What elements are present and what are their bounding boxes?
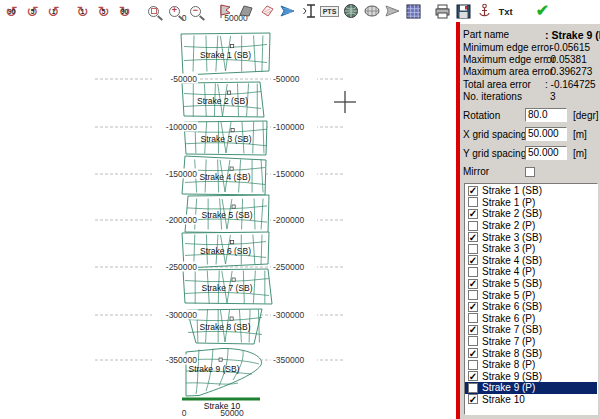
- input-unit: [degr]: [573, 110, 599, 121]
- print-icon[interactable]: [433, 2, 452, 20]
- mesh-arrow-icon[interactable]: [383, 2, 402, 20]
- item-label: Strake 9 (P): [482, 382, 535, 393]
- rotate-cw-90-icon[interactable]: ↻90: [115, 2, 134, 20]
- list-item[interactable]: Strake 5 (P): [465, 289, 597, 301]
- item-checkbox[interactable]: ✓: [468, 371, 478, 381]
- strake-list[interactable]: ✓Strake 1 (SB)Strake 1 (P)✓Strake 2 (SB)…: [464, 183, 598, 415]
- rotate-amount-label: 5: [102, 8, 106, 15]
- part-marker: [232, 205, 235, 208]
- frame-bend-tool-icon[interactable]: [299, 2, 318, 20]
- weld-anchor-icon[interactable]: [475, 2, 494, 20]
- list-item[interactable]: ✓Strake 9 (SB): [465, 370, 597, 382]
- y-tick-label-right: -250000: [273, 262, 304, 272]
- item-checkbox[interactable]: ✓: [468, 394, 478, 404]
- rotate-ccw-1-icon[interactable]: ↺1: [44, 2, 63, 20]
- item-checkbox[interactable]: [468, 290, 478, 300]
- list-item[interactable]: Strake 2 (P): [465, 220, 597, 232]
- list-item[interactable]: Strake 4 (P): [465, 266, 597, 278]
- item-checkbox[interactable]: ✓: [468, 186, 478, 196]
- x-grid-spacing-field[interactable]: 50.000: [525, 127, 567, 141]
- mirror-checkbox[interactable]: [525, 167, 535, 177]
- list-item[interactable]: ✓Strake 8 (SB): [465, 347, 597, 359]
- list-item[interactable]: Strake 8 (P): [465, 359, 597, 371]
- y-grid-spacing-field[interactable]: 50.000: [525, 146, 567, 160]
- list-item[interactable]: Strake 6 (P): [465, 312, 597, 324]
- cylinder-mesh-icon[interactable]: [362, 2, 381, 20]
- item-checkbox[interactable]: ✓: [468, 302, 478, 312]
- item-checkbox[interactable]: ✓: [468, 325, 478, 335]
- develop-flag-icon[interactable]: [215, 2, 234, 20]
- pts-button[interactable]: PTS: [320, 2, 339, 20]
- list-item[interactable]: Strake 1 (P): [465, 197, 597, 209]
- item-label: Strake 1 (P): [482, 197, 535, 208]
- drawing-canvas[interactable]: Strake 1 (SB)Strake 2 (SB)Strake 3 (SB)S…: [0, 0, 458, 419]
- item-checkbox[interactable]: [468, 313, 478, 323]
- item-checkbox[interactable]: [468, 244, 478, 254]
- item-label: Strake 1 (SB): [482, 185, 542, 196]
- rotate-amount-label: 1: [81, 8, 85, 15]
- list-item[interactable]: ✓Strake 5 (SB): [465, 278, 597, 290]
- rotate-cw-5-icon[interactable]: ↻5: [94, 2, 113, 20]
- input-unit: [m]: [573, 129, 587, 140]
- strake-7-shape[interactable]: Strake 7 (SB): [183, 269, 272, 304]
- zoom-window-icon[interactable]: [144, 2, 163, 20]
- item-checkbox[interactable]: ✓: [468, 232, 478, 242]
- item-checkbox[interactable]: ✓: [468, 348, 478, 358]
- y-tick-label-left: -250000: [166, 262, 197, 272]
- list-item[interactable]: ✓Strake 7 (SB): [465, 324, 597, 336]
- item-label: Strake 4 (SB): [482, 255, 542, 266]
- item-checkbox[interactable]: [468, 221, 478, 231]
- strake-1-shape[interactable]: Strake 1 (SB): [181, 33, 270, 75]
- y-tick-label-right: -50000: [273, 74, 300, 84]
- pattern-fill-icon[interactable]: [404, 2, 423, 20]
- list-item[interactable]: Strake 3 (P): [465, 243, 597, 255]
- txt-button[interactable]: Txt: [496, 2, 515, 20]
- shell-globe-icon[interactable]: [341, 2, 360, 20]
- mirror-row: Mirror: [463, 165, 600, 179]
- save-icon[interactable]: [454, 2, 473, 20]
- item-checkbox[interactable]: ✓: [468, 255, 478, 265]
- list-item[interactable]: Strake 9 (P): [465, 382, 597, 394]
- stat-label: Maximum area error: [463, 66, 545, 77]
- item-checkbox[interactable]: [468, 267, 478, 277]
- rotate-amount-label: 90: [8, 8, 15, 15]
- item-checkbox[interactable]: [468, 336, 478, 346]
- list-item[interactable]: ✓Strake 3 (SB): [465, 231, 597, 243]
- apply-check-icon[interactable]: ✔: [533, 2, 552, 20]
- item-checkbox[interactable]: [468, 197, 478, 207]
- list-item[interactable]: ✓Strake 2 (SB): [465, 208, 597, 220]
- rotation-field[interactable]: 80.0: [525, 108, 567, 122]
- zoom-out-icon[interactable]: −: [186, 2, 205, 20]
- part-marker: [230, 167, 233, 170]
- list-item[interactable]: ✓Strake 10: [465, 394, 597, 406]
- zoom-in-icon[interactable]: +: [165, 2, 184, 20]
- item-label: Strake 10: [482, 394, 525, 405]
- rotate-ccw-5-icon[interactable]: ↺5: [23, 2, 42, 20]
- item-checkbox[interactable]: ✓: [468, 279, 478, 289]
- list-item[interactable]: ✓Strake 1 (SB): [465, 185, 597, 197]
- magnifier-glyph: [148, 6, 159, 17]
- item-checkbox[interactable]: ✓: [468, 209, 478, 219]
- strake-5-shape[interactable]: Strake 5 (SB): [185, 195, 269, 233]
- plate-outline-icon[interactable]: [257, 2, 276, 20]
- rotate-ccw-90-icon[interactable]: ↺90: [2, 2, 21, 20]
- y-tick-label-left: -50000: [171, 74, 198, 84]
- list-item[interactable]: ✓Strake 4 (SB): [465, 255, 597, 267]
- x-axis-label: 0: [182, 408, 187, 418]
- y-tick-label-right: -300000: [273, 310, 304, 320]
- y-tick-label-left: -350000: [166, 355, 197, 365]
- item-checkbox[interactable]: [468, 360, 478, 370]
- stat-label: No. iterations: [463, 91, 545, 102]
- strake-2-shape[interactable]: Strake 2 (SB): [182, 82, 264, 117]
- plate-polygon-icon[interactable]: [236, 2, 255, 20]
- crosshair-cursor: [334, 91, 356, 113]
- develop-arrow-icon[interactable]: [278, 2, 297, 20]
- item-checkbox[interactable]: [468, 383, 478, 393]
- list-item[interactable]: ✓Strake 6 (SB): [465, 301, 597, 313]
- rotate-cw-1-icon[interactable]: ↻1: [73, 2, 92, 20]
- input-row: Y grid spacing50.000[m]: [463, 144, 600, 163]
- list-item[interactable]: Strake 7 (P): [465, 336, 597, 348]
- stat-row: No. iterations3: [463, 91, 600, 103]
- strake-8-shape[interactable]: Strake 8 (SB): [187, 309, 262, 344]
- error-stats: Minimum edge error: -0.05615Maximum edge…: [463, 41, 600, 103]
